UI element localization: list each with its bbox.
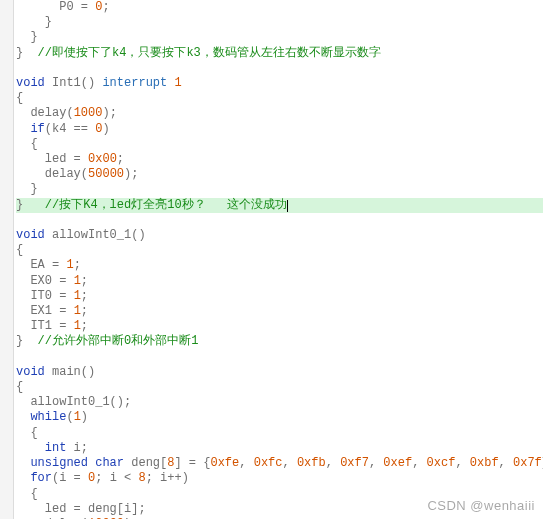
code-line: { (16, 243, 543, 258)
code-line: } (16, 182, 543, 197)
watermark: CSDN @wenhaiii (427, 498, 535, 513)
code-line: for(i = 0; i < 8; i++) (16, 471, 543, 486)
code-line (16, 61, 543, 76)
code-line: { (16, 91, 543, 106)
code-line: EA = 1; (16, 258, 543, 273)
code-line: void allowInt0_1() (16, 228, 543, 243)
code-line: P0 = 0; (16, 0, 543, 15)
code-line: if(k4 == 0) (16, 122, 543, 137)
code-line: EX0 = 1; (16, 274, 543, 289)
code-line (16, 213, 543, 228)
code-line: delay(50000); (16, 167, 543, 182)
code-line: } //即使按下了k4，只要按下k3，数码管从左往右数不断显示数字 (16, 46, 543, 61)
code-line: while(1) (16, 410, 543, 425)
code-line: IT1 = 1; (16, 319, 543, 334)
code-line: unsigned char deng[8] = {0xfe, 0xfc, 0xf… (16, 456, 543, 471)
code-line: { (16, 137, 543, 152)
code-line: void Int1() interrupt 1 (16, 76, 543, 91)
code-line: delay(1000); (16, 106, 543, 121)
code-line (16, 350, 543, 365)
code-line: EX1 = 1; (16, 304, 543, 319)
code-line: int i; (16, 441, 543, 456)
code-line: } (16, 30, 543, 45)
code-area: P0 = 0; } }} //即使按下了k4，只要按下k3，数码管从左往右数不断… (14, 0, 543, 519)
code-line: } //按下K4，led灯全亮10秒？ 这个没成功 (16, 198, 543, 213)
code-line: led = 0x00; (16, 152, 543, 167)
code-line: { (16, 380, 543, 395)
code-line: IT0 = 1; (16, 289, 543, 304)
code-line: void main() (16, 365, 543, 380)
line-gutter (0, 0, 14, 519)
code-line: { (16, 426, 543, 441)
code-line: allowInt0_1(); (16, 395, 543, 410)
code-line: } //允许外部中断0和外部中断1 (16, 334, 543, 349)
code-line: } (16, 15, 543, 30)
